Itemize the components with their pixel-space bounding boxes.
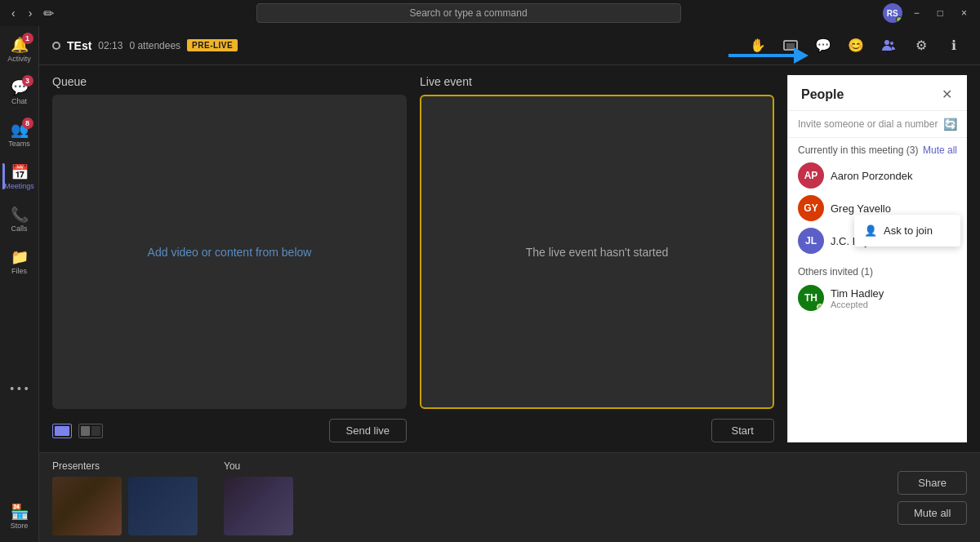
forward-button[interactable]: › xyxy=(24,5,38,21)
search-bar[interactable]: Search or type a command xyxy=(256,3,681,23)
presenter-thumb-2[interactable] xyxy=(128,477,198,535)
person-status-tim: Accepted xyxy=(831,300,884,309)
sidebar-meetings-label: Meetings xyxy=(4,183,34,190)
mute-all-bottom-button[interactable]: Mute all xyxy=(898,501,967,525)
chat-badge: 3 xyxy=(22,75,33,87)
live-event-text: The live event hasn't started xyxy=(526,246,669,259)
title-bar-left: ‹ › ✏ xyxy=(7,5,54,21)
meetings-icon: 📅 xyxy=(11,163,29,181)
currently-header: Currently in this meeting (3) Mute all xyxy=(788,138,967,159)
reactions-button[interactable]: 😊 xyxy=(843,33,869,59)
status-badge xyxy=(896,16,902,23)
sidebar-item-meetings[interactable]: 📅 Meetings xyxy=(2,157,37,196)
pre-live-badge: PRE-LIVE xyxy=(187,39,238,51)
others-invited-label: Others invited (1) xyxy=(798,266,873,278)
nav-buttons: ‹ › xyxy=(7,5,37,21)
teams-badge: 8 xyxy=(22,118,33,129)
arrow-line xyxy=(728,54,794,57)
arrow-indicator xyxy=(728,47,808,64)
invite-input[interactable] xyxy=(798,118,938,130)
meeting-name: TEst xyxy=(67,39,91,52)
sidebar-activity-label: Activity xyxy=(7,56,31,63)
queue-title: Queue xyxy=(52,75,407,88)
sidebar-item-store[interactable]: 🏪 Store xyxy=(2,496,37,535)
queue-panel: Queue Add video or content from below Se xyxy=(52,75,407,442)
add-content-text: Add video or content from below xyxy=(148,246,312,259)
sidebar-item-chat[interactable]: 💬 3 Chat xyxy=(2,72,37,111)
layout-split-icon xyxy=(81,426,100,436)
ask-to-join-item[interactable]: 👤 Ask to join xyxy=(854,218,960,243)
sidebar-chat-label: Chat xyxy=(11,98,27,105)
mute-all-top-button[interactable]: Mute all xyxy=(923,144,957,156)
avatar-jc: JL xyxy=(798,228,824,254)
store-icon: 🏪 xyxy=(11,503,29,521)
presenters-section: Presenters xyxy=(52,460,198,535)
settings-button[interactable]: ⚙ xyxy=(908,33,934,59)
sidebar-files-label: Files xyxy=(11,268,27,275)
chat-button[interactable]: 💬 xyxy=(810,33,836,59)
people-header: People ✕ xyxy=(788,75,967,111)
live-video-box: The live event hasn't started xyxy=(420,95,774,409)
files-icon: 📁 xyxy=(11,248,29,266)
you-label: You xyxy=(224,460,293,472)
sidebar-item-teams[interactable]: 👥 8 Teams xyxy=(2,114,37,153)
layout-single-button[interactable] xyxy=(52,424,72,438)
back-button[interactable]: ‹ xyxy=(7,5,20,21)
you-thumbs xyxy=(224,477,293,535)
sidebar-teams-label: Teams xyxy=(8,140,30,148)
close-button[interactable]: × xyxy=(955,6,973,20)
people-close-button[interactable]: ✕ xyxy=(940,85,954,104)
svg-point-3 xyxy=(890,42,893,45)
queue-video-box: Add video or content from below xyxy=(52,95,407,409)
person-item-tim[interactable]: TH Tim Hadley Accepted xyxy=(788,282,967,314)
start-button[interactable]: Start xyxy=(711,419,774,442)
activity-badge: 1 xyxy=(22,33,33,44)
more-icon: • • • xyxy=(10,382,28,395)
sidebar-store-label: Store xyxy=(11,522,29,530)
info-button[interactable]: ℹ xyxy=(941,33,967,59)
send-live-button[interactable]: Send live xyxy=(329,419,407,442)
participants-button[interactable] xyxy=(875,33,902,59)
you-thumb[interactable] xyxy=(224,477,293,535)
presenter-thumbs xyxy=(52,477,198,535)
sidebar-item-more[interactable]: • • • xyxy=(2,369,37,408)
avatar-tim: TH xyxy=(798,285,824,311)
tim-status-dot xyxy=(817,304,823,310)
search-placeholder: Search or type a command xyxy=(409,7,527,19)
live-footer: Start xyxy=(420,419,774,442)
arrow-head xyxy=(794,47,808,64)
recording-dot xyxy=(52,42,60,50)
compose-button[interactable]: ✏ xyxy=(43,6,54,21)
invite-row: 🔄 xyxy=(788,111,967,138)
attendees-count: 0 attendees xyxy=(129,40,180,51)
ask-to-join-label: Ask to join xyxy=(884,224,933,237)
presenter-bar: Presenters You xyxy=(39,452,980,542)
presenter-thumb-1[interactable] xyxy=(52,477,122,535)
sidebar-calls-label: Calls xyxy=(11,225,27,233)
presenters-label: Presenters xyxy=(52,460,198,472)
minimize-button[interactable]: − xyxy=(907,6,926,20)
layout-split-button[interactable] xyxy=(78,424,103,438)
people-panel: People ✕ 🔄 Currently in this meeting (3)… xyxy=(787,75,967,442)
dial-icon[interactable]: 🔄 xyxy=(943,118,957,131)
share-button[interactable]: Share xyxy=(898,471,967,495)
main-video-area: Queue Add video or content from below Se xyxy=(39,65,980,452)
sidebar-item-activity[interactable]: 🔔 1 Activity xyxy=(2,29,37,69)
avatar-aaron: AP xyxy=(798,162,824,189)
avatar-greg: GY xyxy=(798,195,824,221)
app-body: 🔔 1 Activity 💬 3 Chat 👥 8 Teams 📅 Meetin… xyxy=(0,26,980,542)
live-panel: Live event The live event hasn't started… xyxy=(420,75,774,442)
user-avatar: RS xyxy=(883,3,902,23)
maximize-button[interactable]: □ xyxy=(931,6,950,20)
meeting-title-area: TEst 02:13 0 attendees PRE-LIVE xyxy=(52,39,735,52)
others-header: Others invited (1) xyxy=(788,257,967,282)
sidebar-item-files[interactable]: 📁 Files xyxy=(2,242,37,281)
meeting-time: 02:13 xyxy=(98,40,122,51)
meeting-header: TEst 02:13 0 attendees PRE-LIVE ✋ 💬 😊 xyxy=(39,26,980,65)
sidebar: 🔔 1 Activity 💬 3 Chat 👥 8 Teams 📅 Meetin… xyxy=(0,26,39,542)
person-name-greg: Greg Yavello xyxy=(831,202,891,215)
person-name-aaron: Aaron Porzondek xyxy=(831,170,912,182)
svg-point-2 xyxy=(884,40,889,45)
person-item-aaron[interactable]: AP Aaron Porzondek xyxy=(788,159,967,192)
sidebar-item-calls[interactable]: 📞 Calls xyxy=(2,199,37,238)
